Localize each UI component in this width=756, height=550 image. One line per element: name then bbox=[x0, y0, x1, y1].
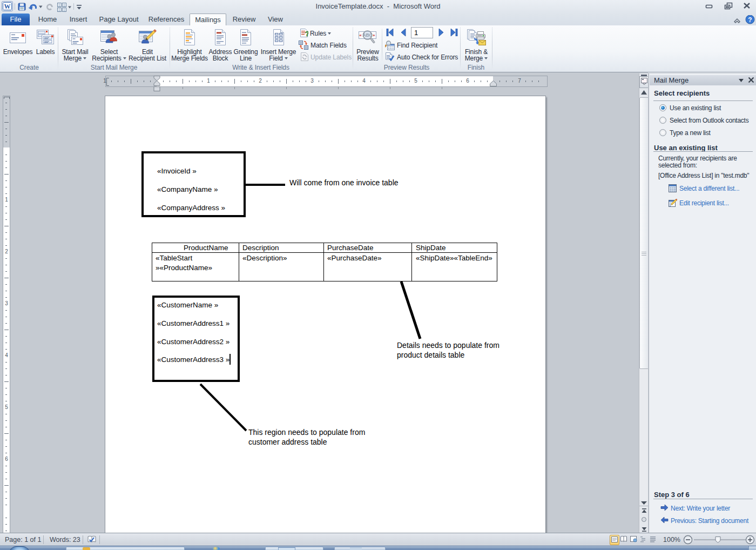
svg-text:?: ? bbox=[305, 30, 308, 37]
svg-text:«: « bbox=[359, 33, 362, 38]
svg-text:»: » bbox=[373, 33, 375, 38]
svg-text:?: ? bbox=[748, 16, 752, 24]
svg-text:W: W bbox=[4, 3, 11, 10]
